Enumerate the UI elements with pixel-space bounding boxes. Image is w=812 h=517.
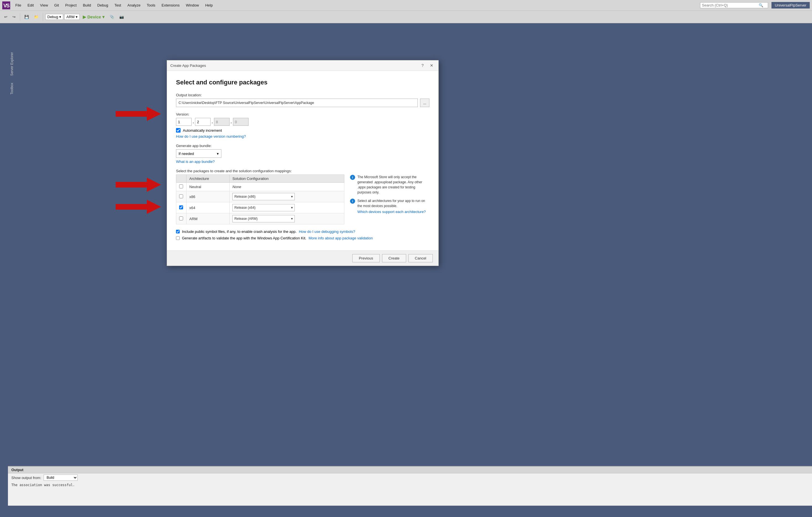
version-inputs: . . . bbox=[176, 118, 429, 126]
packages-label: Select the packages to create and the so… bbox=[176, 169, 429, 173]
version-label: Version: bbox=[176, 112, 429, 116]
chevron-down-icon: ▾ bbox=[291, 217, 293, 221]
artifact-checkbox[interactable] bbox=[176, 236, 180, 240]
auto-increment-checkbox[interactable] bbox=[176, 128, 180, 132]
output-location-label: Output location: bbox=[176, 93, 429, 97]
search-input[interactable] bbox=[702, 3, 759, 7]
symbol-section: Include public symbol files, if any, to … bbox=[176, 230, 429, 240]
arch-checkbox-x86[interactable] bbox=[179, 194, 183, 198]
menu-help[interactable]: Help bbox=[202, 2, 216, 8]
config-dropdown-x86[interactable]: Release (x86) ▾ bbox=[232, 193, 295, 200]
create-button[interactable]: Create bbox=[382, 254, 406, 262]
window-title: UniversalFtpServer bbox=[772, 2, 810, 8]
arrow-auto-increment bbox=[116, 105, 161, 122]
chevron-down-icon: ▾ bbox=[76, 15, 78, 19]
config-dropdown-x64[interactable]: Release (x64) ▾ bbox=[232, 204, 295, 211]
version-input-3[interactable] bbox=[214, 118, 230, 126]
play-button[interactable]: ▶ Device ▾ bbox=[81, 13, 106, 21]
version-dot-1: . bbox=[193, 120, 194, 124]
sidebar-item-server-explorer[interactable]: Server Explorer bbox=[9, 49, 15, 79]
output-source-dropdown[interactable]: Build bbox=[44, 475, 78, 481]
arch-x86: x86 bbox=[186, 191, 230, 202]
packages-section: Select the packages to create and the so… bbox=[176, 169, 429, 224]
dialog: Create App Packages ? ✕ Select and confi… bbox=[167, 60, 439, 266]
chevron-down-icon: ▾ bbox=[291, 194, 293, 199]
output-show-row: Show output from: Build bbox=[8, 474, 812, 482]
menu-edit[interactable]: Edit bbox=[25, 2, 36, 8]
debug-config-dropdown[interactable]: Debug ▾ bbox=[45, 14, 63, 20]
screenshot-btn[interactable]: 📷 bbox=[117, 13, 126, 20]
version-input-4[interactable] bbox=[233, 118, 249, 126]
platform-dropdown[interactable]: ARM ▾ bbox=[64, 14, 80, 20]
cancel-button[interactable]: Cancel bbox=[408, 254, 433, 262]
table-row: x86 Release (x86) ▾ bbox=[176, 191, 344, 202]
menu-file[interactable]: File bbox=[12, 2, 24, 8]
info-icon-2: i bbox=[350, 199, 355, 204]
menu-build[interactable]: Build bbox=[80, 2, 94, 8]
arch-support-link[interactable]: Which devices support each architecture? bbox=[357, 209, 429, 215]
sidebar-item-toolbox[interactable]: Toolbox bbox=[9, 80, 15, 97]
output-panel: Output Show output from: Build The assoc… bbox=[8, 466, 812, 506]
info-row-1: i The Microsoft Store will only accept t… bbox=[350, 175, 429, 195]
menu-window[interactable]: Window bbox=[183, 2, 202, 8]
config-neutral: None bbox=[229, 183, 344, 191]
menu-test[interactable]: Test bbox=[112, 2, 124, 8]
search-box[interactable]: 🔍 bbox=[700, 2, 768, 8]
save-btn[interactable]: 💾 bbox=[22, 13, 31, 20]
dialog-close-btn[interactable]: ✕ bbox=[428, 62, 435, 69]
menu-view[interactable]: View bbox=[37, 2, 51, 8]
output-location-row: ... bbox=[176, 99, 429, 107]
redo-btn[interactable]: ↪ bbox=[10, 13, 18, 20]
col-config: Solution Configuration bbox=[229, 175, 344, 183]
version-numbering-link[interactable]: How do I use package version numbering? bbox=[176, 134, 246, 139]
menu-git[interactable]: Git bbox=[51, 2, 62, 8]
info-row-2: i Select all architectures for your app … bbox=[350, 198, 429, 215]
output-content: The association was successful. bbox=[8, 482, 812, 488]
output-location-section: Output location: ... bbox=[176, 93, 429, 107]
menu-analyze[interactable]: Analyze bbox=[124, 2, 143, 8]
bundle-dropdown[interactable]: If needed ▾ bbox=[176, 149, 221, 158]
menubar: V S File Edit View Git Project Build Deb… bbox=[0, 0, 812, 11]
menu-project[interactable]: Project bbox=[62, 2, 79, 8]
table-row: x64 Release (x64) ▾ bbox=[176, 202, 344, 213]
config-dropdown-arm[interactable]: Release (ARM) ▾ bbox=[232, 215, 295, 222]
arch-checkbox-arm[interactable] bbox=[179, 216, 183, 220]
version-section: Version: . . . Automatically increment H… bbox=[176, 112, 429, 139]
row-check-arm bbox=[176, 213, 186, 224]
config-x86: Release (x86) ▾ bbox=[229, 191, 344, 202]
undo-btn[interactable]: ↩ bbox=[2, 13, 9, 20]
col-check bbox=[176, 175, 186, 183]
info-panel: i The Microsoft Store will only accept t… bbox=[350, 175, 429, 218]
svg-text:S: S bbox=[6, 3, 10, 8]
arch-checkbox-x64[interactable] bbox=[179, 205, 183, 209]
menu-extensions[interactable]: Extensions bbox=[159, 2, 182, 8]
menu-debug[interactable]: Debug bbox=[94, 2, 111, 8]
info-icon-1: i bbox=[350, 175, 355, 180]
bundle-link[interactable]: What is an app bundle? bbox=[176, 159, 215, 164]
packages-layout: Architecture Solution Configuration Neut… bbox=[176, 175, 429, 224]
menu-tools[interactable]: Tools bbox=[144, 2, 158, 8]
previous-button[interactable]: Previous bbox=[352, 254, 380, 262]
output-path-input[interactable] bbox=[176, 99, 418, 107]
symbol-link[interactable]: How do I use debugging symbols? bbox=[299, 230, 355, 234]
table-row: Neutral None bbox=[176, 183, 344, 191]
version-input-1[interactable] bbox=[176, 118, 192, 126]
version-dot-2: . bbox=[212, 120, 213, 124]
chevron-down-icon: ▾ bbox=[59, 15, 61, 19]
symbol-checkbox[interactable] bbox=[176, 230, 180, 234]
version-input-2[interactable] bbox=[195, 118, 210, 126]
packages-table: Architecture Solution Configuration Neut… bbox=[176, 175, 344, 224]
artifact-link[interactable]: More info about app package validation bbox=[309, 236, 373, 240]
save-all-btn[interactable]: 📁 bbox=[32, 13, 40, 20]
dialog-footer: Previous Create Cancel bbox=[167, 250, 438, 266]
chevron-down-icon: ▾ bbox=[291, 206, 293, 210]
config-arm: Release (ARM) ▾ bbox=[229, 213, 344, 224]
version-dot-3: . bbox=[231, 120, 232, 124]
svg-marker-4 bbox=[116, 178, 161, 192]
separator-1 bbox=[20, 13, 20, 21]
toolbar: ↩ ↪ 💾 📁 Debug ▾ ARM ▾ ▶ Device ▾ 📎 📷 bbox=[0, 11, 812, 23]
dialog-help-btn[interactable]: ? bbox=[419, 62, 426, 69]
attach-btn[interactable]: 📎 bbox=[108, 13, 116, 20]
browse-button[interactable]: ... bbox=[420, 99, 429, 107]
arch-checkbox-neutral[interactable] bbox=[179, 184, 183, 188]
